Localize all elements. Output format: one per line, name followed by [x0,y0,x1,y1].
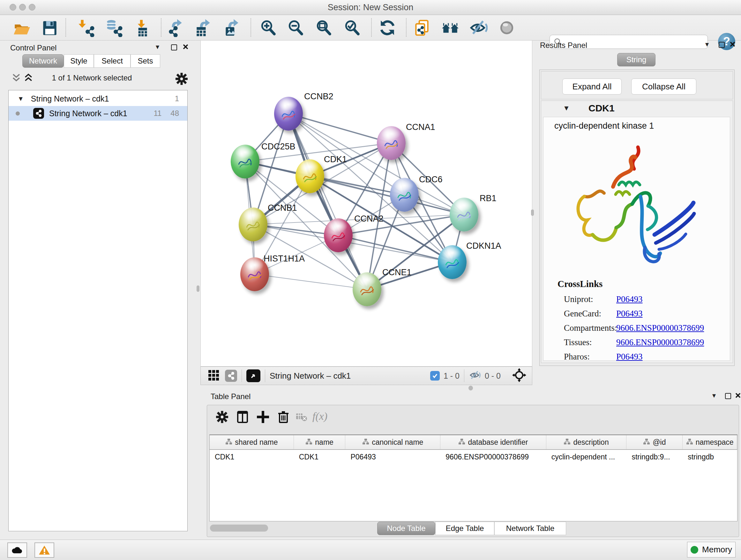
zoom-out-icon[interactable] [286,18,305,37]
delete-column-icon[interactable] [276,410,291,425]
column-type-icon [563,438,570,447]
panel-menu-icon[interactable]: ▾ [712,391,716,400]
app-window: Session: New Session ? Control Panel ▾ N… [0,0,741,560]
import-table-icon[interactable] [132,18,151,37]
collection-count: 1 [175,94,179,103]
function-builder-icon[interactable]: f(x) [313,410,327,422]
add-column-icon[interactable] [256,410,271,425]
import-database-icon[interactable] [104,18,123,37]
network-edges [201,41,533,367]
node-label-ccnb2: CCNB2 [304,91,333,102]
protein-node-ccna2[interactable] [324,219,353,252]
protein-node-rb1[interactable] [450,198,478,232]
tab-node-table[interactable]: Node Table [377,522,435,535]
open-session-icon[interactable] [12,18,30,37]
duplicate-network-icon[interactable] [413,18,431,37]
tab-edge-table[interactable]: Edge Table [435,522,494,535]
string-network-icon [33,108,44,119]
panel-close-icon[interactable] [735,393,741,399]
column-header-namespace[interactable]: namespace [683,435,737,449]
crosslink-link[interactable]: 9606.ENSP00000378699 [616,337,704,348]
fit-content-crosshair-icon[interactable] [512,368,526,383]
export-table-icon[interactable] [194,18,212,37]
column-header-canonical-name[interactable]: canonical name [345,435,441,449]
show-graphics-icon[interactable] [497,18,516,37]
protein-structure-thumb [280,108,297,122]
table-header-row: shared name name canonical name database… [210,435,737,450]
cloud-status-icon[interactable] [7,543,27,558]
column-header-shared-name[interactable]: shared name [210,435,294,449]
panel-menu-icon[interactable]: ▾ [156,43,159,51]
zoom-selected-icon[interactable] [343,18,361,37]
export-image-icon[interactable] [222,18,241,37]
network-canvas[interactable]: CCNB2 CCNA1 CDC25B CDK1 CDC6 RB1 CCNB1 C… [200,40,532,367]
bottom-splitter-handle[interactable] [468,386,473,390]
first-neighbors-icon[interactable] [441,18,460,37]
crosslink-link[interactable]: P06493 [616,294,643,304]
column-type-icon [643,438,650,447]
results-content: Expand All Collapse All ▼ CDK1 cyclin-de… [539,70,735,366]
grid-view-icon[interactable] [208,369,219,382]
section-caret-icon[interactable]: ▼ [563,104,570,112]
protein-structure-thumb [330,229,347,243]
selected-counts: 1 - 0 [444,371,460,381]
zoom-in-icon[interactable] [259,18,277,37]
network-type-icon[interactable] [225,370,237,382]
protein-node-cdc25b[interactable] [231,145,259,179]
tab-network[interactable]: Network [22,54,64,68]
network-row-selected[interactable]: String Network – cdk1 11 48 [9,106,187,121]
save-session-icon[interactable] [40,18,59,37]
memory-button[interactable]: Memory [687,542,736,557]
node-label-ccnb1: CCNB1 [268,203,297,213]
warning-icon[interactable] [35,543,54,558]
protein-node-ccnb1[interactable] [239,207,267,241]
zoom-fit-icon[interactable] [314,18,333,37]
scrollbar-thumb[interactable] [210,524,268,532]
tab-string[interactable]: String [617,53,656,66]
protein-node-cdk1[interactable] [295,159,324,193]
refresh-icon[interactable] [378,18,397,37]
hide-selected-icon[interactable] [469,18,488,37]
column-header-name[interactable]: name [294,435,346,449]
gear-icon[interactable] [215,410,230,425]
protein-node-ccne1[interactable] [353,272,381,306]
panel-close-icon[interactable] [730,42,735,48]
hidden-eye-icon[interactable] [469,370,482,381]
panel-menu-icon[interactable]: ▾ [705,40,709,49]
column-header-database-identifier[interactable]: database identifier [441,435,546,449]
panel-float-icon[interactable] [725,393,731,399]
crosslink-link[interactable]: 9606.ENSP00000378699 [616,323,704,333]
import-network-icon[interactable] [76,18,94,37]
tab-select[interactable]: Select [94,54,131,68]
tree-caret-icon[interactable]: ▼ [17,95,24,103]
tab-sets[interactable]: Sets [131,54,160,68]
results-button-row: Expand All Collapse All [541,71,733,99]
column-header--id[interactable]: @id [626,435,683,449]
network-collection-row[interactable]: ▼ String Network – cdk1 1 [9,91,187,106]
collapse-all-button[interactable]: Collapse All [631,78,696,95]
panel-close-icon[interactable] [183,44,188,51]
column-header-description[interactable]: description [546,435,627,449]
protein-node-cdc6[interactable] [390,178,419,212]
protein-node-cdkn1a[interactable] [438,245,467,279]
delete-table-icon[interactable] [296,412,311,428]
table-row[interactable]: CDK1CDK1P064939606.ENSP00000378699cyclin… [210,450,737,464]
main-toolbar: ? [0,15,741,41]
tab-style[interactable]: Style [64,54,94,68]
crosslink-link[interactable]: P06493 [616,309,643,319]
protein-node-ccnb2[interactable] [274,97,303,131]
crosslink-link[interactable]: P06493 [616,352,643,362]
protein-node-ccna1[interactable] [377,126,406,160]
birdseye-view-icon[interactable] [246,369,260,382]
left-splitter-handle[interactable] [197,286,199,292]
expand-all-button[interactable]: Expand All [562,78,622,95]
tab-network-table[interactable]: Network Table [494,522,566,535]
memory-label: Memory [702,545,732,555]
results-panel: Results Panel ▾ String Expand All Collap… [534,40,741,385]
network-options-gear-icon[interactable] [174,71,189,87]
panel-float-icon[interactable] [719,42,725,48]
export-network-icon[interactable] [166,18,185,37]
columns-icon[interactable] [235,410,251,425]
selected-checkbox-icon[interactable] [430,371,440,381]
panel-float-icon[interactable] [171,44,177,51]
